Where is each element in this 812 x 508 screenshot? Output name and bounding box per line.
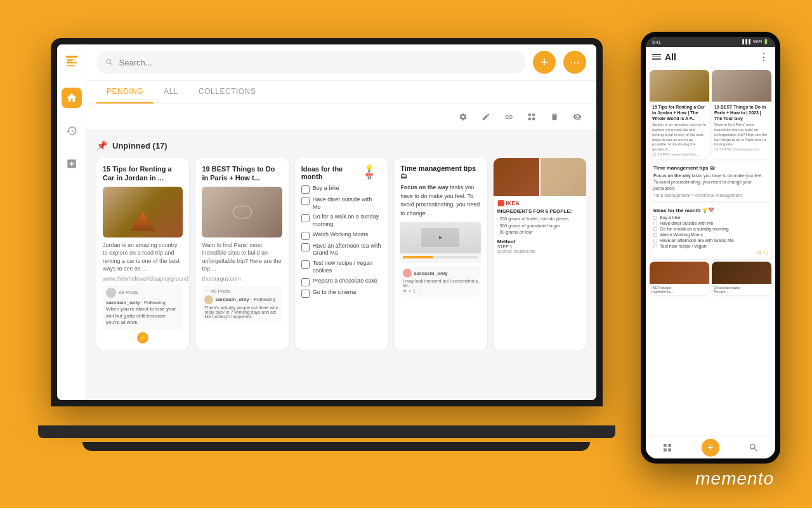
tab-pending[interactable]: PENDING [96,81,154,104]
card-paris-title: 19 BEST Things to Do in Paris + How t... [202,164,282,183]
phone-fab-add[interactable]: + [702,439,719,457]
card-jordan[interactable]: 15 Tips for Renting a Car in Jordan in .… [96,158,189,350]
checklist-cake: Prepare a chocolate cake [301,277,381,286]
phone-time-title: Time management tips 🗂 [653,165,768,171]
tabs-bar: PENDING ALL COLLECTIONS [86,81,596,104]
phone-time-body: Focus on the way tasks you have to do ma… [653,173,768,191]
phone-nav-grid[interactable] [658,439,676,457]
checkbox-icon [653,216,657,220]
main-content: + ··· PENDING ALL COLLECTIONS [86,44,596,400]
delete-icon[interactable] [546,108,563,126]
tab-all[interactable]: ALL [154,81,188,104]
cards-grid: 15 Tips for Renting a Car in Jordan in .… [96,158,586,350]
phone-checklist-vegan: Test new recipe / vegan [653,244,768,248]
unpinned-label: Unpinned (17) [112,141,167,150]
svg-point-2 [233,206,252,218]
link-icon[interactable] [500,108,518,126]
recipe-images [494,158,586,196]
laptop-shell: m [51,38,603,406]
phone-content: 15 Tips for Renting a Car in Jordan + Ho… [646,67,775,436]
phone-jordan-title: 15 Tips for Renting a Car in Jordan + Ho… [652,104,707,121]
phone-paris-img [712,70,771,102]
phone-card-paris[interactable]: 19 BEST Things to Do in Paris + How to |… [712,70,771,159]
card-jordan-desc: Jordan is an amazing country to explore … [103,241,183,273]
phone-recipe-1[interactable]: IKEA recipeIngredients... [650,262,709,295]
lightning-badge: ⚡ [137,332,148,344]
action-bar [86,104,596,130]
phone-header-title: All [665,52,676,62]
phone-checklist-card[interactable]: Ideas for the month 💡📅 Buy a bike Have d… [650,204,771,259]
laptop-base [38,425,615,438]
search-input[interactable] [119,58,516,67]
card-jordan-image [103,187,183,237]
checklist-diner: Have diner outside with Mo [301,196,381,211]
phone-checklist-moms: Watch Working Moms [653,232,768,237]
laptop-device: m [51,38,603,457]
card-jordan-url: www.thewholeworldisaplayground.com [103,276,183,282]
sidebar-add[interactable] [62,154,82,174]
phone-checklist-tea: Have an afternoon tea with Grand Ma [653,238,768,243]
memento-logo: memento [695,469,774,489]
checklist-recipe: Test new recipe / vegan cookies [301,260,381,274]
search-icon [105,58,114,67]
phone-time-footer: Time management = emotional management [653,193,768,197]
checkbox-icon [653,222,657,225]
social-avatar [106,288,116,298]
settings-icon[interactable] [454,108,472,126]
checklist-cinema: Go to the cinema [301,289,381,298]
phone-shell: 9:41 ▌▌▌ WiFi 🔋 All ⋮ [641,32,780,464]
phone-status-bar: 9:41 ▌▌▌ WiFi 🔋 [646,37,775,47]
phone-more-icon[interactable]: ⋮ [759,51,769,63]
more-button[interactable]: ··· [563,51,586,74]
phone-card-jordan[interactable]: 15 Tips for Renting a Car in Jordan + Ho… [650,70,709,159]
time-body: Focus on the way tasks you have to do ma… [400,184,480,218]
checkbox-icon [653,244,657,248]
add-button[interactable]: + [533,51,556,74]
sidebar-home[interactable] [62,88,82,108]
svg-rect-0 [65,56,77,58]
phone-recipe-2[interactable]: Chocolate cakeRecipe... [712,262,771,295]
phone-device: 9:41 ▌▌▌ WiFi 🔋 All ⋮ [641,32,780,464]
card-jordan-social: All Posts sarcasm_only · Following When … [103,284,183,330]
recipe-img-1 [494,158,539,196]
hide-icon[interactable] [568,108,586,126]
laptop-foot [82,442,590,451]
checkbox-icon [653,233,657,237]
phone-checklist-diner: Have diner outside with Mo [653,221,768,225]
card-paris[interactable]: 19 BEST Things to Do in Paris + How t...… [195,158,288,350]
phone-bottom-nav: + [646,436,775,458]
phone-screen: 9:41 ▌▌▌ WiFi 🔋 All ⋮ [646,37,775,458]
phone-menu-icon[interactable] [652,54,661,60]
phone-nav-search[interactable] [745,439,763,457]
edit-icon[interactable] [477,108,495,126]
top-bar: + ··· [86,44,596,81]
phone-time-card[interactable]: Time management tips 🗂 Focus on the way … [650,161,771,201]
laptop-screen: m [57,44,596,400]
phone-paris-time: 12:34 PM | thetourguy.com [714,147,769,151]
sidebar-history[interactable] [62,121,82,141]
phone-jordan-desc: Jordan is an amazing country to explore … [652,123,707,152]
sidebar: m [57,44,86,400]
phone-checklist-walk: Go for a walk on a sunday morning [653,227,768,231]
phone-jordan-time: 12:34 PM | www.thewhole... [652,152,707,156]
phone-recipe-text-2: Chocolate cakeRecipe... [712,284,771,295]
phone-recipe-img-1 [650,262,709,284]
phone-checklist-count: (8 ✓) [653,250,768,255]
app-logo: m [63,52,81,70]
checklist-title: Ideas for the month 💡📅 [301,164,381,181]
phone-jordan-img [650,70,709,102]
svg-text:m: m [67,58,72,65]
phone-paris-desc: Want to find Paris' most incredible site… [714,123,769,147]
phone-recipe-img-2 [712,262,771,284]
phone-checklist-title: Ideas for the month 💡📅 [653,208,768,213]
phone-time: 9:41 [652,40,661,44]
card-recipe[interactable]: 🟥 IKEA INGREDIENTS FOR 6 PEOPLE: · 200 g… [494,158,586,350]
grid-icon[interactable] [523,108,540,126]
search-box[interactable] [96,51,525,74]
card-ideas[interactable]: Ideas for the month 💡📅 Buy a bike Have d… [295,158,388,350]
tab-collections[interactable]: COLLECTIONS [188,81,266,104]
card-paris-desc: Want to find Paris' most incredible site… [202,241,282,273]
checklist-moms: Watch Working Moms [301,231,381,240]
card-jordan-title: 15 Tips for Renting a Car in Jordan in .… [103,164,183,183]
card-time[interactable]: Time management tips 🗂 Focus on the way … [394,158,487,350]
